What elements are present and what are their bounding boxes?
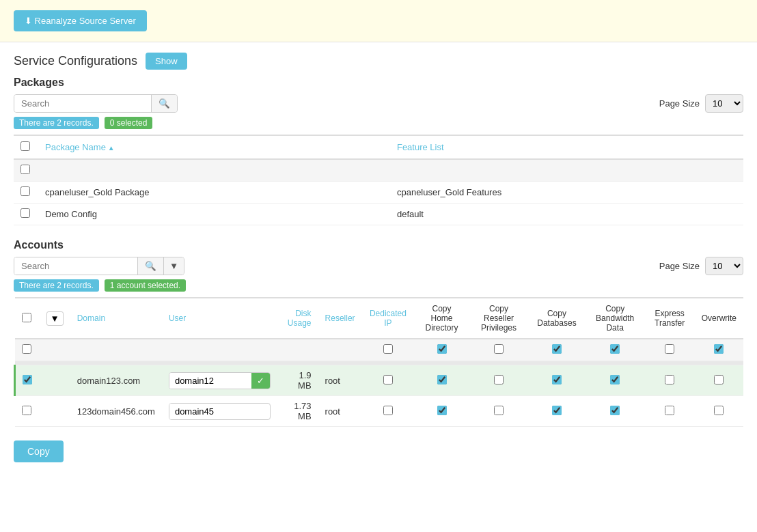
accounts-header-express-cell [645, 339, 695, 361]
accounts-row2-copy-databases-cb[interactable] [552, 406, 562, 415]
accounts-row1-user-cell: ✓ [162, 365, 277, 396]
accounts-records-bar: There are 2 records. 1 account selected. [14, 279, 743, 292]
accounts-row1-dedicated-ip [362, 365, 415, 396]
accounts-row1-copy-databases-cb[interactable] [552, 375, 562, 384]
packages-col-name[interactable]: Package Name [38, 135, 390, 159]
accounts-toolbar: 🔍 ▼ Page Size 10 25 50 100 [14, 257, 743, 275]
accounts-row1-user-confirm[interactable]: ✓ [251, 373, 270, 389]
accounts-row2-copy-home-cb[interactable] [437, 406, 447, 415]
accounts-header-dropdown-cell [40, 339, 70, 361]
packages-row-blank-name [38, 159, 390, 182]
accounts-row2-copy-home [414, 396, 469, 427]
accounts-row1-overwrite [695, 365, 743, 396]
accounts-row1-checkbox[interactable] [23, 375, 32, 384]
accounts-row1-copy-home [414, 365, 469, 396]
packages-section: Packages 🔍 Page Size 10 25 50 100 There … [14, 76, 743, 225]
accounts-select-all-checkbox[interactable] [22, 313, 31, 322]
accounts-search-dropdown-button[interactable]: ▼ [163, 257, 184, 275]
accounts-row2-copy-reseller [469, 396, 529, 427]
accounts-row1-overwrite-cb[interactable] [714, 375, 724, 384]
accounts-selected-badge: 1 account selected. [105, 279, 186, 292]
accounts-row1-domain: domain123.com [70, 365, 162, 396]
accounts-row2-overwrite-cb[interactable] [714, 406, 724, 415]
table-row: Demo Config default [14, 204, 743, 225]
accounts-row2-copy-bandwidth-cb[interactable] [610, 406, 620, 415]
accounts-header-overwrite-cb[interactable] [714, 344, 724, 354]
accounts-search-container: 🔍 ▼ [14, 257, 184, 275]
accounts-row2-dedicated-ip [362, 396, 415, 427]
packages-search-input[interactable] [14, 95, 151, 112]
packages-row2-feature: default [390, 204, 743, 225]
service-configurations-header: Service Configurations Show [14, 53, 743, 70]
packages-records-bar: There are 2 records. 0 selected [14, 117, 743, 129]
accounts-row1-copy-home-cb[interactable] [437, 375, 447, 384]
accounts-search-button[interactable]: 🔍 [137, 257, 163, 275]
packages-select-all-checkbox[interactable] [20, 141, 30, 151]
packages-page-size-label: Page Size [659, 98, 700, 109]
copy-button[interactable]: Copy [14, 440, 64, 462]
accounts-header-copy-reseller-cell [469, 339, 529, 361]
accounts-row1-copy-reseller-cb[interactable] [494, 375, 504, 384]
packages-selected-badge: 0 selected [105, 117, 153, 129]
accounts-select-all-header [15, 298, 40, 339]
accounts-row2-user-input[interactable] [169, 404, 251, 419]
accounts-dropdown-header: ▼ [40, 298, 70, 339]
accounts-dropdown-button[interactable]: ▼ [46, 311, 64, 326]
accounts-header-user-cell [162, 339, 277, 361]
accounts-row2-overwrite [695, 396, 743, 427]
accounts-header-copy-databases-cb[interactable] [552, 344, 562, 354]
packages-search-button[interactable]: 🔍 [151, 95, 177, 112]
accounts-row-1: domain123.com ✓ 1.9 MB root [15, 365, 744, 396]
accounts-row2-copy-bandwidth [586, 396, 645, 427]
accounts-header-copy-home-cb[interactable] [437, 344, 447, 354]
accounts-search-input[interactable] [14, 257, 137, 275]
accounts-row1-copy-reseller [469, 365, 529, 396]
packages-select-all-header [14, 135, 38, 159]
accounts-header-checkbox[interactable] [22, 344, 31, 354]
packages-toolbar: 🔍 Page Size 10 25 50 100 [14, 94, 743, 113]
accounts-col-overwrite: Overwrite [695, 298, 743, 339]
accounts-header-disk-cell [277, 339, 318, 361]
accounts-header-copy-bandwidth-cb[interactable] [610, 344, 620, 354]
accounts-header-copy-home-cell [414, 339, 469, 361]
packages-title: Packages [14, 76, 743, 89]
accounts-header-dedicated-ip-cb[interactable] [383, 344, 393, 354]
accounts-header-copy-bandwidth-cell [586, 339, 645, 361]
reanalyze-button[interactable]: ⬇ Reanalyze Source Server [14, 10, 147, 31]
accounts-row2-copy-reseller-cb[interactable] [494, 406, 504, 415]
accounts-header-express-cb[interactable] [665, 344, 674, 354]
packages-row1-feature: cpaneluser_Gold Features [390, 182, 743, 204]
packages-row1-checkbox [14, 182, 38, 204]
packages-col-feature: Feature List [390, 135, 743, 159]
accounts-page-size-control: Page Size 10 25 50 100 [659, 257, 743, 275]
accounts-col-express: Express Transfer [645, 298, 695, 339]
packages-row1-check[interactable] [20, 186, 30, 196]
packages-row2-check[interactable] [20, 208, 30, 218]
accounts-row2-dedicated-ip-cb[interactable] [383, 406, 393, 415]
accounts-row2-user-cell [162, 396, 277, 427]
show-button[interactable]: Show [146, 53, 187, 70]
accounts-section: Accounts 🔍 ▼ Page Size 10 25 50 100 [14, 239, 743, 462]
accounts-col-copy-databases: Copy Databases [528, 298, 585, 339]
accounts-row2-express-cb[interactable] [665, 406, 674, 415]
accounts-header-control-row [15, 339, 744, 361]
accounts-row1-dedicated-ip-cb[interactable] [383, 375, 393, 384]
service-configurations-title: Service Configurations [14, 54, 137, 68]
packages-row1-name: cpaneluser_Gold Package [38, 182, 390, 204]
packages-page-size-select[interactable]: 10 25 50 100 [705, 94, 743, 113]
accounts-page-size-label: Page Size [659, 261, 700, 271]
accounts-row1-copy-bandwidth [586, 365, 645, 396]
accounts-page-size-select[interactable]: 10 25 50 100 [705, 257, 743, 275]
accounts-row1-express-cb[interactable] [665, 375, 674, 384]
accounts-row1-user-input[interactable] [169, 373, 251, 389]
accounts-title: Accounts [14, 239, 743, 251]
accounts-header-checkbox-cell [15, 339, 40, 361]
accounts-row1-reseller: root [318, 365, 362, 396]
packages-row-blank-feature [390, 159, 743, 182]
table-row: cpaneluser_Gold Package cpaneluser_Gold … [14, 182, 743, 204]
accounts-col-disk: Disk Usage [277, 298, 318, 339]
accounts-row1-copy-bandwidth-cb[interactable] [610, 375, 620, 384]
packages-row-blank-check[interactable] [20, 165, 30, 174]
accounts-row2-checkbox[interactable] [22, 406, 31, 415]
accounts-header-copy-reseller-cb[interactable] [494, 344, 504, 354]
